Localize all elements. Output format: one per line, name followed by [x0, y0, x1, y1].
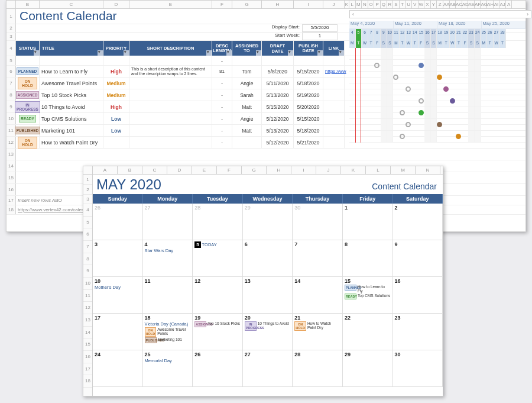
filter-icon[interactable] [98, 50, 103, 56]
title-cell[interactable]: 10 Things to Avoid [40, 101, 103, 112]
calendar-cell[interactable]: 29 [243, 204, 293, 240]
publish-cell[interactable]: 5/20/2020 [294, 101, 323, 112]
filter-icon[interactable] [124, 50, 129, 56]
row-header-1[interactable]: 1 [7, 9, 16, 24]
priority-cell[interactable]: Low [103, 113, 129, 124]
assigned-cell[interactable]: Angie [232, 78, 262, 89]
row-header-16[interactable]: 16 [7, 184, 16, 195]
desc-cell[interactable] [129, 137, 212, 148]
calendar-cell[interactable]: 23 [392, 314, 443, 350]
calendar-cell[interactable]: 10Mother's Day [93, 277, 143, 314]
calendar-cell[interactable]: 28 [193, 204, 243, 240]
col-status[interactable]: STATUS [16, 41, 40, 56]
calendar-cell[interactable]: 13 [243, 277, 293, 314]
display-start-value[interactable]: 5/5/2020 [302, 24, 338, 32]
draft-cell[interactable]: 5/13/2020 [262, 125, 294, 136]
calendar-cell[interactable]: 6 [243, 240, 293, 277]
desc-cell[interactable] [129, 101, 212, 112]
priority-cell[interactable]: Low [103, 125, 129, 136]
title-cell[interactable]: Top CMS Solutions [40, 113, 103, 124]
calendar-cell[interactable]: 3 [93, 240, 143, 277]
col-title[interactable]: TITLE [40, 41, 103, 56]
row-header-18[interactable]: 18 [7, 205, 16, 214]
assigned-cell[interactable]: Matt [232, 101, 262, 112]
col-desclen[interactable]: DESC LENGTH [212, 41, 232, 56]
row-header[interactable]: 12 [7, 137, 16, 148]
row-header-2[interactable]: 2 [7, 24, 16, 32]
calendar-cell[interactable]: 30 [293, 204, 343, 240]
calendar-cell[interactable]: 17 [93, 314, 143, 350]
calendar-cell[interactable]: 18Victoria Day (Canada)ON HOLDAwesome Tr… [143, 314, 193, 350]
calendar-item[interactable]: PUBLISHEDMarketing 101 [145, 337, 191, 343]
calendar-cell[interactable]: 26 [193, 350, 243, 387]
filter-icon[interactable] [317, 50, 323, 56]
calendar-cell[interactable]: 27 [243, 350, 293, 387]
publish-cell[interactable]: 5/18/2020 [294, 125, 323, 136]
publish-cell[interactable]: 5/15/2020 [294, 66, 323, 77]
row-header-5[interactable]: 5 [7, 56, 16, 65]
calendar-cell[interactable]: 22 [343, 314, 393, 350]
row-header-15[interactable]: 15 [7, 172, 16, 183]
calendar-cell[interactable]: 8 [343, 240, 393, 277]
publish-cell[interactable]: 5/18/2020 [294, 78, 323, 89]
draft-cell[interactable]: 5/11/2020 [262, 78, 294, 89]
col-draft[interactable]: DRAFT DATE [262, 41, 294, 56]
priority-cell[interactable] [103, 137, 129, 148]
scroll-right-icon[interactable]: › [524, 11, 531, 17]
col-publish[interactable]: PUBLISH DATE [294, 41, 323, 56]
calendar-cell[interactable]: 5TODAY [193, 240, 243, 277]
col-shortdesc[interactable]: SHORT DESCRIPTION [129, 41, 212, 56]
draft-cell[interactable]: 5/15/2020 [262, 101, 294, 112]
calendar-cell[interactable]: 21ON HOLDHow to Watch Paint Dry [293, 314, 343, 350]
col-assigned[interactable]: ASSIGNED TO [232, 41, 262, 56]
draft-cell[interactable]: 5/12/2020 [262, 137, 294, 148]
row-header-13[interactable]: 13 [7, 149, 16, 160]
calendar-item[interactable]: READYTop CMS Solutions [345, 294, 391, 299]
calendar-item[interactable]: IN PROGRESS10 Things to Avoid [245, 321, 291, 331]
filter-icon[interactable] [226, 50, 232, 56]
filter-icon[interactable] [288, 50, 293, 56]
template-link[interactable]: https://www.vertex42.com/calenda [18, 207, 89, 212]
scroll-left-icon[interactable]: ‹ [350, 11, 356, 17]
calendar-item[interactable]: ON HOLDAwesome Travel Points [145, 327, 191, 337]
col-link[interactable]: LINK [323, 41, 345, 56]
title-cell[interactable]: How to Learn to Fly [40, 66, 103, 77]
filter-icon[interactable] [339, 50, 344, 56]
draft-cell[interactable]: 5/13/2020 [262, 89, 294, 101]
priority-cell[interactable]: High [103, 101, 129, 112]
calendar-cell[interactable]: 11 [143, 277, 193, 314]
col-priority[interactable]: PRIORITY [103, 41, 129, 56]
title-cell[interactable]: How to Watch Paint Dry [40, 137, 103, 148]
row-header[interactable]: 10 [7, 113, 16, 124]
priority-cell[interactable]: High [103, 66, 129, 77]
calendar-cell[interactable]: 1 [343, 204, 393, 240]
calendar-item[interactable]: ON HOLDHow to Watch Paint Dry [294, 321, 340, 331]
calendar-cell[interactable]: 27 [143, 204, 193, 240]
title-cell[interactable]: Top 10 Stock Picks [40, 89, 103, 101]
calendar-cell[interactable]: 4Star Wars Day [143, 240, 193, 277]
calendar-cell[interactable]: 19ASSIGNEDTop 10 Stock Picks [193, 314, 243, 350]
link-cell[interactable]: https://ww [325, 69, 346, 74]
assigned-cell[interactable]: Matt [232, 125, 262, 136]
calendar-cell[interactable]: 15PLANNEDHow to Learn to FlyREADYTop CMS… [343, 277, 393, 314]
draft-cell[interactable]: 5/8/2020 [262, 66, 294, 77]
assigned-cell[interactable]: Tom [232, 66, 262, 77]
calendar-cell[interactable]: 14 [293, 277, 343, 314]
publish-cell[interactable]: 5/19/2020 [294, 89, 323, 101]
calendar-cell[interactable]: 29 [343, 350, 393, 387]
calendar-cell[interactable]: 2 [392, 204, 443, 240]
row-header[interactable]: 6 [7, 66, 16, 77]
publish-cell[interactable]: 5/15/2020 [294, 113, 323, 124]
gantt-scrollbar[interactable]: ‹ › [349, 10, 531, 18]
row-header-4[interactable]: 4 [7, 41, 16, 56]
desc-cell[interactable] [129, 113, 212, 124]
row-header-14[interactable]: 14 [7, 160, 16, 172]
calendar-cell[interactable]: 16 [392, 277, 443, 314]
calendar-item[interactable]: PLANNEDHow to Learn to Fly [345, 285, 391, 293]
filter-icon[interactable] [206, 50, 212, 56]
priority-cell[interactable]: Medium [103, 78, 129, 89]
filter-icon[interactable] [34, 50, 39, 56]
assigned-cell[interactable] [232, 137, 262, 148]
row-header-3[interactable]: 3 [7, 33, 16, 40]
assigned-cell[interactable]: Angie [232, 113, 262, 124]
